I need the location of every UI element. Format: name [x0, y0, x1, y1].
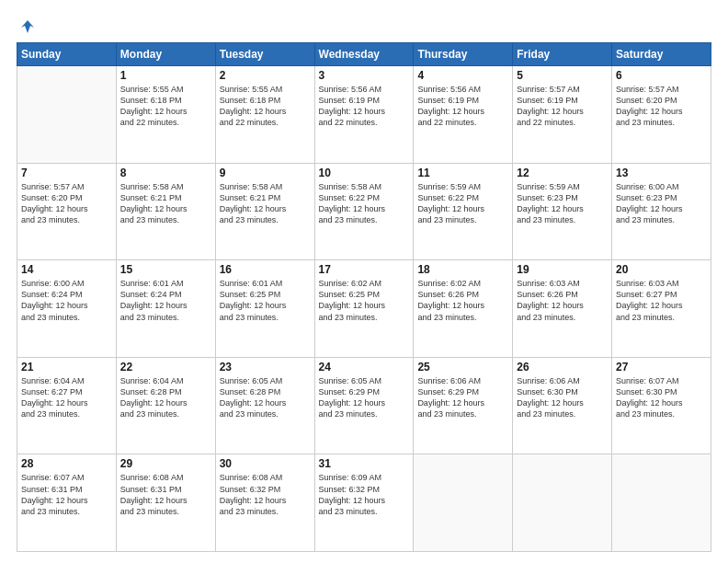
page: SundayMondayTuesdayWednesdayThursdayFrid…	[0, 0, 728, 563]
calendar-header-row: SundayMondayTuesdayWednesdayThursdayFrid…	[17, 43, 711, 66]
day-info: Sunrise: 5:58 AM Sunset: 6:21 PM Dayligh…	[220, 181, 311, 226]
day-number: 9	[220, 167, 311, 179]
day-number: 12	[517, 167, 608, 179]
logo	[17, 17, 39, 33]
day-info: Sunrise: 5:59 AM Sunset: 6:22 PM Dayligh…	[417, 181, 508, 226]
day-info: Sunrise: 6:02 AM Sunset: 6:25 PM Dayligh…	[319, 278, 410, 323]
calendar-cell: 14Sunrise: 6:00 AM Sunset: 6:24 PM Dayli…	[17, 260, 117, 358]
day-info: Sunrise: 5:57 AM Sunset: 6:20 PM Dayligh…	[21, 181, 112, 226]
day-number: 30	[220, 457, 311, 470]
calendar-cell: 27Sunrise: 6:07 AM Sunset: 6:30 PM Dayli…	[612, 357, 711, 454]
calendar-cell: 3Sunrise: 5:56 AM Sunset: 6:19 PM Daylig…	[314, 66, 414, 164]
calendar-cell: 11Sunrise: 5:59 AM Sunset: 6:22 PM Dayli…	[414, 163, 513, 260]
day-info: Sunrise: 6:06 AM Sunset: 6:29 PM Dayligh…	[417, 375, 508, 420]
day-number: 1	[120, 69, 211, 82]
calendar-cell	[414, 454, 513, 552]
calendar-cell: 7Sunrise: 5:57 AM Sunset: 6:20 PM Daylig…	[17, 163, 117, 260]
logo-bird-icon	[17, 17, 38, 37]
col-header-monday: Monday	[116, 43, 215, 66]
day-info: Sunrise: 5:58 AM Sunset: 6:21 PM Dayligh…	[120, 181, 211, 226]
week-row-2: 7Sunrise: 5:57 AM Sunset: 6:20 PM Daylig…	[17, 163, 711, 260]
day-number: 16	[220, 263, 311, 276]
calendar-cell: 28Sunrise: 6:07 AM Sunset: 6:31 PM Dayli…	[17, 454, 117, 552]
day-number: 25	[417, 361, 508, 373]
day-number: 5	[517, 69, 608, 82]
day-info: Sunrise: 6:05 AM Sunset: 6:29 PM Dayligh…	[319, 375, 410, 420]
calendar-cell: 9Sunrise: 5:58 AM Sunset: 6:21 PM Daylig…	[215, 163, 314, 260]
day-number: 13	[616, 167, 707, 179]
day-info: Sunrise: 6:00 AM Sunset: 6:24 PM Dayligh…	[21, 278, 112, 323]
calendar-cell: 29Sunrise: 6:08 AM Sunset: 6:31 PM Dayli…	[116, 454, 215, 552]
day-number: 20	[616, 263, 707, 276]
day-info: Sunrise: 6:02 AM Sunset: 6:26 PM Dayligh…	[417, 278, 508, 323]
day-number: 8	[120, 167, 211, 179]
day-number: 14	[21, 263, 112, 276]
calendar-cell: 20Sunrise: 6:03 AM Sunset: 6:27 PM Dayli…	[612, 260, 711, 358]
col-header-friday: Friday	[513, 43, 612, 66]
day-number: 4	[417, 69, 508, 82]
calendar-cell: 18Sunrise: 6:02 AM Sunset: 6:26 PM Dayli…	[414, 260, 513, 358]
day-number: 6	[616, 69, 707, 82]
day-number: 18	[417, 263, 508, 276]
day-info: Sunrise: 6:08 AM Sunset: 6:32 PM Dayligh…	[220, 472, 311, 517]
day-number: 10	[319, 167, 410, 179]
day-info: Sunrise: 6:03 AM Sunset: 6:26 PM Dayligh…	[517, 278, 608, 323]
day-number: 7	[21, 167, 112, 179]
calendar-cell: 1Sunrise: 5:55 AM Sunset: 6:18 PM Daylig…	[116, 66, 215, 164]
day-number: 22	[120, 361, 211, 373]
day-info: Sunrise: 5:56 AM Sunset: 6:19 PM Dayligh…	[319, 84, 410, 129]
day-info: Sunrise: 6:01 AM Sunset: 6:25 PM Dayligh…	[220, 278, 311, 323]
day-info: Sunrise: 5:57 AM Sunset: 6:20 PM Dayligh…	[616, 84, 707, 129]
day-number: 15	[120, 263, 211, 276]
week-row-3: 14Sunrise: 6:00 AM Sunset: 6:24 PM Dayli…	[17, 260, 711, 358]
calendar-cell: 10Sunrise: 5:58 AM Sunset: 6:22 PM Dayli…	[314, 163, 414, 260]
day-info: Sunrise: 6:05 AM Sunset: 6:28 PM Dayligh…	[220, 375, 311, 420]
calendar-cell: 31Sunrise: 6:09 AM Sunset: 6:32 PM Dayli…	[314, 454, 414, 552]
calendar-cell	[17, 66, 117, 164]
calendar-cell: 13Sunrise: 6:00 AM Sunset: 6:23 PM Dayli…	[612, 163, 711, 260]
day-info: Sunrise: 5:57 AM Sunset: 6:19 PM Dayligh…	[517, 84, 608, 129]
col-header-sunday: Sunday	[17, 43, 117, 66]
calendar-cell	[612, 454, 711, 552]
calendar-cell: 6Sunrise: 5:57 AM Sunset: 6:20 PM Daylig…	[612, 66, 711, 164]
col-header-wednesday: Wednesday	[314, 43, 414, 66]
calendar-cell	[513, 454, 612, 552]
calendar-cell: 19Sunrise: 6:03 AM Sunset: 6:26 PM Dayli…	[513, 260, 612, 358]
day-number: 23	[220, 361, 311, 373]
calendar-cell: 22Sunrise: 6:04 AM Sunset: 6:28 PM Dayli…	[116, 357, 215, 454]
day-info: Sunrise: 5:55 AM Sunset: 6:18 PM Dayligh…	[120, 84, 211, 129]
calendar-cell: 24Sunrise: 6:05 AM Sunset: 6:29 PM Dayli…	[314, 357, 414, 454]
day-info: Sunrise: 6:07 AM Sunset: 6:30 PM Dayligh…	[616, 375, 707, 420]
col-header-tuesday: Tuesday	[215, 43, 314, 66]
calendar-cell: 23Sunrise: 6:05 AM Sunset: 6:28 PM Dayli…	[215, 357, 314, 454]
week-row-5: 28Sunrise: 6:07 AM Sunset: 6:31 PM Dayli…	[17, 454, 711, 552]
day-number: 19	[517, 263, 608, 276]
day-info: Sunrise: 6:08 AM Sunset: 6:31 PM Dayligh…	[120, 472, 211, 517]
day-info: Sunrise: 5:56 AM Sunset: 6:19 PM Dayligh…	[417, 84, 508, 129]
day-number: 3	[319, 69, 410, 82]
day-info: Sunrise: 6:07 AM Sunset: 6:31 PM Dayligh…	[21, 472, 112, 517]
day-number: 26	[517, 361, 608, 373]
calendar-table: SundayMondayTuesdayWednesdayThursdayFrid…	[17, 42, 711, 552]
calendar-cell: 16Sunrise: 6:01 AM Sunset: 6:25 PM Dayli…	[215, 260, 314, 358]
col-header-saturday: Saturday	[612, 43, 711, 66]
day-number: 17	[319, 263, 410, 276]
calendar-cell: 25Sunrise: 6:06 AM Sunset: 6:29 PM Dayli…	[414, 357, 513, 454]
calendar-cell: 4Sunrise: 5:56 AM Sunset: 6:19 PM Daylig…	[414, 66, 513, 164]
day-number: 11	[417, 167, 508, 179]
day-info: Sunrise: 6:03 AM Sunset: 6:27 PM Dayligh…	[616, 278, 707, 323]
col-header-thursday: Thursday	[414, 43, 513, 66]
svg-marker-0	[21, 20, 34, 33]
day-number: 29	[120, 457, 211, 470]
calendar-cell: 5Sunrise: 5:57 AM Sunset: 6:19 PM Daylig…	[513, 66, 612, 164]
week-row-1: 1Sunrise: 5:55 AM Sunset: 6:18 PM Daylig…	[17, 66, 711, 164]
calendar-cell: 8Sunrise: 5:58 AM Sunset: 6:21 PM Daylig…	[116, 163, 215, 260]
day-info: Sunrise: 6:06 AM Sunset: 6:30 PM Dayligh…	[517, 375, 608, 420]
day-info: Sunrise: 6:09 AM Sunset: 6:32 PM Dayligh…	[319, 472, 410, 517]
calendar-cell: 21Sunrise: 6:04 AM Sunset: 6:27 PM Dayli…	[17, 357, 117, 454]
day-info: Sunrise: 6:04 AM Sunset: 6:27 PM Dayligh…	[21, 375, 112, 420]
day-number: 21	[21, 361, 112, 373]
day-number: 27	[616, 361, 707, 373]
day-info: Sunrise: 5:58 AM Sunset: 6:22 PM Dayligh…	[319, 181, 410, 226]
calendar-cell: 26Sunrise: 6:06 AM Sunset: 6:30 PM Dayli…	[513, 357, 612, 454]
